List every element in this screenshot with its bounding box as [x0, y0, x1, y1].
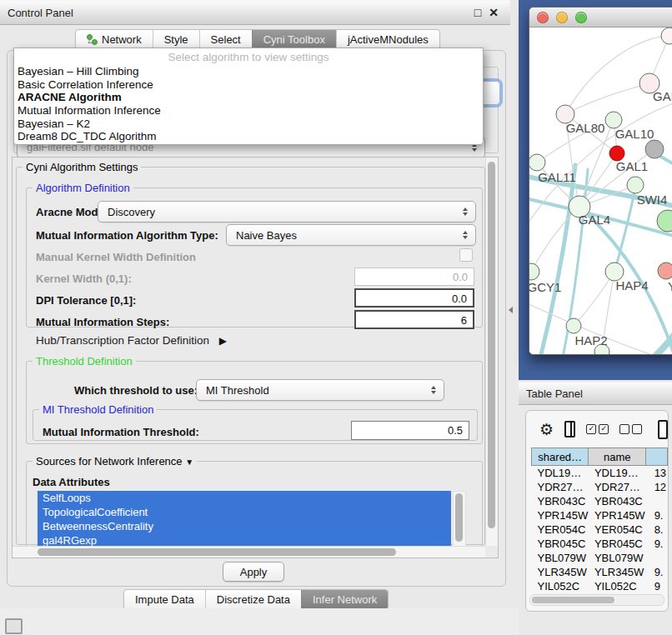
popup-item-aracne[interactable]: ARACNE Algorithm: [14, 91, 483, 104]
select-all-icon[interactable]: ✓✓: [586, 424, 609, 434]
popup-item-bayesian-k2[interactable]: Bayesian – K2: [14, 118, 483, 131]
which-threshold-combo[interactable]: MI Threshold: [196, 379, 444, 401]
table-cell[interactable]: 9.: [646, 565, 668, 579]
table-row[interactable]: YER054CYER054C8.: [532, 522, 668, 537]
table-cell[interactable]: YBL079W: [532, 551, 589, 565]
column-header-shared-name[interactable]: shared…: [532, 448, 589, 466]
tab-style[interactable]: Style: [153, 30, 199, 49]
tab-infer-network[interactable]: Infer Network: [301, 590, 388, 609]
popup-item-bayesian-hill-climbing[interactable]: Bayesian – Hill Climbing: [14, 65, 483, 78]
kernel-width-field[interactable]: 0.0: [354, 268, 474, 286]
table-cell[interactable]: YPR145W: [532, 508, 589, 522]
list-item[interactable]: BetweennessCentrality: [38, 519, 451, 533]
mi-algorithm-type-combo[interactable]: Naive Bayes: [226, 224, 476, 246]
node-label: Y: [668, 279, 672, 293]
control-panel-title: Control Panel: [0, 7, 73, 19]
settings-horizontal-scrollbar[interactable]: [13, 546, 485, 558]
manual-kernel-width-checkbox[interactable]: [459, 248, 473, 262]
network-node[interactable]: [627, 177, 644, 193]
table-cell[interactable]: YDL19…: [532, 466, 589, 481]
node-label: GAL: [653, 89, 672, 103]
network-node[interactable]: [605, 112, 622, 128]
close-panel-icon[interactable]: ✕: [489, 6, 499, 19]
table-row[interactable]: YPR145WYPR145W9.: [532, 508, 668, 522]
table-cell[interactable]: 8.: [646, 522, 668, 537]
minimize-traffic-light[interactable]: [556, 12, 568, 23]
list-vertical-scrollbar[interactable]: [453, 491, 466, 548]
close-traffic-light[interactable]: [537, 12, 549, 23]
network-node[interactable]: [566, 318, 581, 333]
table-row[interactable]: YDR27…YDR27…12: [532, 480, 668, 494]
network-edge: [529, 98, 672, 228]
dpi-tolerance-field[interactable]: 0.0: [354, 288, 474, 308]
table-row[interactable]: YBR045CYBR045C9.: [532, 537, 668, 551]
table-cell[interactable]: YIL052C: [532, 579, 589, 593]
table-cell[interactable]: YPR145W: [589, 508, 646, 522]
sources-title[interactable]: Sources for Network Inference ▼: [33, 455, 197, 468]
tab-discretize-data[interactable]: Discretize Data: [205, 590, 301, 609]
table-cell[interactable]: YER054C: [589, 522, 646, 537]
list-item[interactable]: SelfLoops: [38, 491, 451, 505]
table-cell[interactable]: YDR27…: [589, 480, 646, 494]
table-cell[interactable]: 9.: [646, 508, 668, 522]
table-cell[interactable]: YBR045C: [589, 537, 646, 551]
popup-item-dream8[interactable]: Dream8 DC_TDC Algorithm: [14, 130, 483, 143]
apply-button[interactable]: Apply: [223, 562, 284, 582]
network-node[interactable]: [657, 210, 672, 232]
document-icon[interactable]: [658, 420, 668, 439]
network-node[interactable]: [645, 140, 664, 158]
table-row[interactable]: YBR043CYBR043C: [532, 494, 668, 508]
data-attributes-list[interactable]: SelfLoops TopologicalCoefficient Between…: [38, 491, 451, 546]
column-header-name[interactable]: name: [589, 448, 646, 466]
table-cell[interactable]: YBR045C: [532, 537, 589, 551]
column-view-icon[interactable]: [564, 421, 575, 438]
minimized-panel-icon[interactable]: [5, 618, 23, 634]
splitter-collapse-icon[interactable]: [509, 307, 513, 313]
popup-item-basic-correlation[interactable]: Basic Correlation Inference: [14, 78, 483, 92]
network-node[interactable]: [661, 28, 672, 44]
mi-threshold-field[interactable]: 0.5: [351, 421, 469, 440]
table-cell[interactable]: [646, 494, 668, 508]
table-row[interactable]: YLR345WYLR345W9.: [532, 565, 668, 579]
network-canvas[interactable]: GALGAL80GAL10GAL1GAL11SWI4GAL4GCY1HAP4YH…: [529, 28, 672, 355]
zoom-traffic-light[interactable]: [575, 12, 587, 23]
tab-select[interactable]: Select: [199, 30, 252, 49]
table-cell[interactable]: 9: [646, 579, 668, 593]
tab-jactivemnodules[interactable]: jActiveMNodules: [336, 30, 439, 49]
tab-network[interactable]: Network: [76, 30, 153, 49]
table-row[interactable]: YBL079WYBL079W: [532, 551, 668, 565]
table-cell[interactable]: 13: [646, 466, 668, 481]
network-node[interactable]: [529, 154, 545, 171]
table-cell[interactable]: YIL052C: [589, 579, 646, 593]
table-horizontal-scrollbar[interactable]: [529, 594, 664, 606]
table-row[interactable]: YDL19…YDL19…13: [532, 466, 668, 481]
mi-steps-field[interactable]: 6: [354, 310, 474, 329]
hub-definition-expander[interactable]: Hub/Transcription Factor Definition ▶: [36, 334, 227, 347]
table-cell[interactable]: YLR345W: [532, 565, 589, 579]
table-cell[interactable]: 12: [646, 480, 668, 494]
table-cell[interactable]: YLR345W: [589, 565, 646, 579]
network-node[interactable]: [658, 262, 672, 279]
tab-impute-data[interactable]: Impute Data: [124, 590, 205, 609]
column-header-clipped[interactable]: [646, 448, 668, 466]
gear-icon[interactable]: ⚙: [539, 422, 554, 438]
table-cell[interactable]: YBL079W: [589, 551, 646, 565]
list-item[interactable]: gal4RGexp: [38, 533, 451, 546]
table-cell[interactable]: YDR27…: [532, 480, 589, 494]
table-cell[interactable]: [646, 551, 668, 565]
table-cell[interactable]: YBR043C: [532, 494, 589, 508]
node-label: GAL10: [615, 127, 654, 141]
settings-vertical-scrollbar[interactable]: [485, 158, 498, 546]
table-row[interactable]: YIL052CYIL052C9: [532, 579, 668, 593]
list-item[interactable]: TopologicalCoefficient: [38, 505, 451, 519]
popup-item-mutual-information[interactable]: Mutual Information Inference: [14, 104, 483, 118]
network-node[interactable]: [529, 263, 539, 280]
table-cell[interactable]: YER054C: [532, 522, 589, 537]
table-cell[interactable]: 9.: [646, 537, 668, 551]
table-cell[interactable]: YBR043C: [589, 494, 646, 508]
deselect-all-icon[interactable]: [619, 424, 642, 434]
table-cell[interactable]: YDL19…: [589, 466, 646, 481]
tab-cyni-toolbox[interactable]: Cyni Toolbox: [252, 30, 336, 49]
aracne-mode-combo[interactable]: Discovery: [98, 201, 476, 222]
float-panel-icon[interactable]: □: [474, 6, 481, 19]
